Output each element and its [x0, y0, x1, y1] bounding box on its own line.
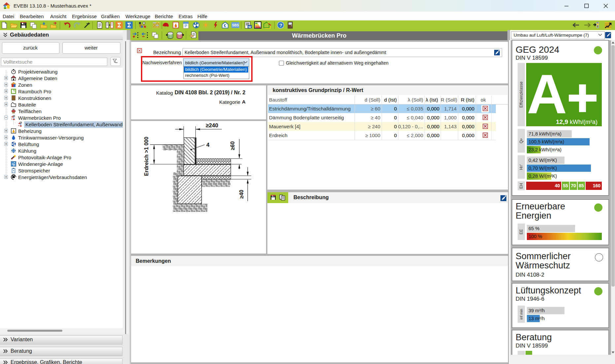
- svg-text:A: A: [527, 63, 567, 125]
- svg-text:≥40: ≥40: [239, 190, 244, 199]
- svg-text:?: ?: [279, 22, 282, 28]
- svg-text:SBS: SBS: [232, 23, 239, 27]
- svg-text:W: W: [248, 25, 251, 29]
- svg-text:Erdreich >1 000: Erdreich >1 000: [144, 137, 149, 176]
- svg-text:€: €: [224, 23, 226, 28]
- svg-text:≥60: ≥60: [230, 141, 235, 150]
- svg-text:4: 4: [206, 142, 210, 148]
- svg-text:≥240: ≥240: [206, 122, 218, 129]
